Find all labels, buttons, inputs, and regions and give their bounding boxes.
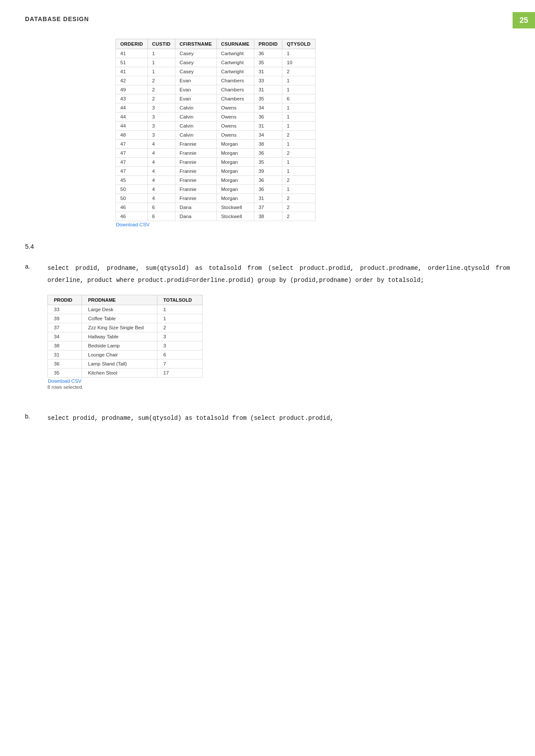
table-row: 411CaseyCartwright361: [116, 49, 316, 58]
table-row: 443CalvinOwens341: [116, 103, 316, 112]
table1-block: ORDERID CUSTID CFIRSTNAME CSURNAME PRODI…: [25, 39, 510, 227]
table-row: 504FrannieMorgan312: [116, 194, 316, 203]
col-prodid: PRODID: [254, 39, 282, 49]
col2-totalsold: TOTALSOLD: [157, 295, 202, 305]
table2-header-row: PRODID PRODNAME TOTALSOLD: [48, 295, 203, 305]
col-custid: CUSTID: [147, 39, 175, 49]
table-row: 39Coffee Table1: [48, 314, 203, 323]
download-csv-1[interactable]: Download CSV: [116, 222, 510, 227]
table-row: 474FrannieMorgan351: [116, 158, 316, 167]
table1: ORDERID CUSTID CFIRSTNAME CSURNAME PRODI…: [116, 39, 316, 221]
item-a-marker: a.: [25, 262, 47, 270]
table-row: 454FrannieMorgan362: [116, 176, 316, 185]
table-row: 411CaseyCartwright312: [116, 67, 316, 76]
item-b-text: select prodid, prodname, sum(qtysold) as…: [47, 412, 510, 424]
download-csv-2[interactable]: Download CSV: [47, 378, 510, 384]
item-b-content: select prodid, prodname, sum(qtysold) as…: [47, 412, 510, 424]
col-qtysold: QTYSOLD: [282, 39, 315, 49]
page-title: DATABASE DESIGN: [25, 16, 89, 22]
table-row: 474FrannieMorgan391: [116, 167, 316, 176]
table-row: 443CalvinOwens361: [116, 112, 316, 122]
table-row: 31Lounge Chair6: [48, 350, 203, 359]
page-number: 25: [519, 16, 528, 25]
item-b-marker: b.: [25, 412, 47, 420]
table-row: 466DanaStockwell372: [116, 203, 316, 212]
table-row: 35Kitchen Stool17: [48, 369, 203, 378]
table-row: 466DanaStockwell382: [116, 212, 316, 221]
list-item-a: a. select prodid, prodname, sum(qtysold)…: [25, 262, 510, 402]
section-label: 5.4: [25, 243, 510, 250]
table-row: 422EvanChambers331: [116, 76, 316, 85]
item-a-text: select prodid, prodname, sum(qtysold) as…: [47, 262, 510, 286]
table2: PRODID PRODNAME TOTALSOLD 33Large Desk13…: [47, 295, 203, 378]
col-orderid: ORDERID: [116, 39, 148, 49]
table-row: 37Zzz King Size Single Bed2: [48, 323, 203, 332]
items-list: a. select prodid, prodname, sum(qtysold)…: [25, 262, 510, 424]
col2-prodid: PRODID: [48, 295, 82, 305]
table-row: 483CalvinOwens342: [116, 131, 316, 140]
table-row: 492EvanChambers311: [116, 85, 316, 94]
table-row: 443CalvinOwens311: [116, 122, 316, 131]
col-csurname: CSURNAME: [216, 39, 254, 49]
table-row: 34Hallway Table3: [48, 332, 203, 341]
table1-header-row: ORDERID CUSTID CFIRSTNAME CSURNAME PRODI…: [116, 39, 316, 49]
rows-info: 8 rows selected.: [47, 384, 510, 390]
table-row: 474FrannieMorgan362: [116, 149, 316, 158]
content-area: ORDERID CUSTID CFIRSTNAME CSURNAME PRODI…: [0, 0, 535, 460]
table-row: 511CaseyCartwright3510: [116, 58, 316, 67]
item-a-content: select prodid, prodname, sum(qtysold) as…: [47, 262, 510, 402]
page-number-badge: 25: [513, 12, 535, 28]
table-row: 474FrannieMorgan381: [116, 140, 316, 149]
table2-block: PRODID PRODNAME TOTALSOLD 33Large Desk13…: [47, 295, 510, 390]
col-cfirstname: CFIRSTNAME: [175, 39, 216, 49]
table-row: 504FrannieMorgan361: [116, 185, 316, 194]
table-row: 36Lamp Stand (Tall)7: [48, 359, 203, 369]
table-row: 432EvanChambers356: [116, 94, 316, 103]
table-row: 33Large Desk1: [48, 305, 203, 314]
list-item-b: b. select prodid, prodname, sum(qtysold)…: [25, 412, 510, 424]
table-row: 38Bedside Lamp3: [48, 341, 203, 350]
col2-prodname: PRODNAME: [82, 295, 157, 305]
